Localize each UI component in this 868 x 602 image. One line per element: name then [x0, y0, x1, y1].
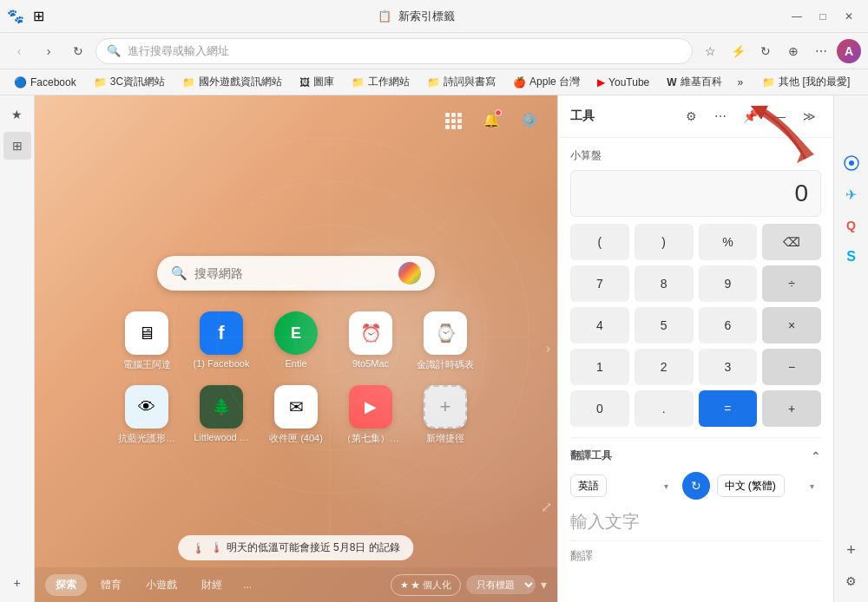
tab-explore[interactable]: 探索: [45, 574, 87, 596]
sidebar-settings-icon[interactable]: ⚙: [838, 567, 865, 595]
add-sidebar-item-button[interactable]: +: [838, 536, 865, 564]
star-button[interactable]: ☆: [698, 39, 722, 63]
tools-expand-button[interactable]: ≫: [797, 104, 821, 128]
calc-close-paren[interactable]: ): [635, 224, 694, 260]
calc-8[interactable]: 8: [635, 265, 694, 302]
folder-icon: 📁: [182, 76, 195, 88]
bookmark-apple[interactable]: 🍎 Apple 台灣: [506, 73, 587, 91]
nav-icons: ☆ ⚡ ↻ ⊕ ⋯ A: [698, 39, 861, 63]
translator-controls: 英語 中文 日語 ↻ 中文 (繁體) 中文 (簡體) 英語: [570, 472, 821, 500]
calc-equals[interactable]: =: [699, 390, 758, 427]
calc-9[interactable]: 9: [699, 265, 758, 302]
more-button[interactable]: ⋯: [809, 39, 833, 63]
bookmark-wikipedia[interactable]: W 維基百科: [660, 73, 728, 91]
calc-2[interactable]: 2: [635, 349, 694, 385]
shortcut-entie[interactable]: E Entie: [265, 311, 327, 371]
back-button[interactable]: ‹: [7, 39, 31, 63]
calc-6[interactable]: 6: [699, 307, 758, 344]
shortcut-9to5mac[interactable]: ⏰ 9to5Mac: [339, 311, 402, 371]
calc-percent[interactable]: %: [699, 224, 758, 260]
apps-grid-button[interactable]: [439, 106, 467, 134]
bookmarks-more-button[interactable]: »: [733, 75, 749, 90]
tools-header-actions: ⚙ ⋯ 📌 — ≫: [679, 104, 821, 128]
tools-filter-button[interactable]: ⚙: [679, 104, 703, 128]
bookmark-other[interactable]: 📁 其他 [我的最愛]: [755, 73, 857, 91]
bookmark-gallery[interactable]: 🖼 圖庫: [293, 73, 341, 91]
search-input[interactable]: [194, 266, 391, 280]
bookmark-3c[interactable]: 📁 3C資訊網站: [87, 73, 172, 91]
calc-open-paren[interactable]: (: [570, 224, 629, 260]
shortcut-bluelight[interactable]: 👁 抗藍光護形…: [115, 385, 178, 445]
tools-minimize-button[interactable]: —: [767, 104, 792, 128]
search-box[interactable]: 🔍: [157, 256, 435, 291]
swap-lang-button[interactable]: ↻: [682, 472, 710, 500]
bookmark-facebook[interactable]: 🔵 Facebook: [7, 75, 83, 90]
bookmark-youtube[interactable]: ▶ YouTube: [590, 75, 656, 90]
star-icon: ★: [400, 579, 409, 591]
calc-0[interactable]: 0: [570, 390, 629, 427]
shortcut-video[interactable]: ▶ （第七集）…: [339, 385, 402, 445]
forward-button[interactable]: ›: [36, 39, 61, 63]
grid-button[interactable]: ⊕: [781, 39, 806, 63]
shortcut-gmail[interactable]: ✉ 收件匣 (404): [265, 385, 327, 445]
title-mode-select[interactable]: 只有標題 完整顯示: [466, 575, 536, 594]
sidebar-favorites-icon[interactable]: ★: [3, 101, 31, 128]
tab-finance[interactable]: 財經: [191, 574, 233, 596]
bookmark-gaming[interactable]: 📁 國外遊戲資訊網站: [175, 73, 289, 91]
shortcut-littlewood[interactable]: 🌲 Littlewood …: [190, 385, 253, 445]
personalize-label: ★ 個人化: [411, 579, 451, 592]
sidebar-grid-icon[interactable]: ⊞: [3, 132, 31, 160]
skype-icon[interactable]: S: [838, 243, 865, 271]
calc-1[interactable]: 1: [570, 349, 629, 385]
newtab-topbar: 🔔 ⚙️: [35, 95, 557, 134]
expand-icon[interactable]: ⤢: [541, 499, 552, 515]
calc-multiply[interactable]: ×: [762, 307, 821, 344]
shortcut-add[interactable]: + 新增捷徑: [414, 385, 477, 445]
calc-3[interactable]: 3: [699, 349, 758, 385]
telegram-icon[interactable]: ✈: [838, 180, 865, 208]
bookmark-work[interactable]: 📁 工作網站: [345, 73, 417, 91]
shortcut-pcking[interactable]: 🖥 電腦王阿達: [115, 311, 178, 371]
calc-dot[interactable]: .: [635, 390, 694, 427]
personalize-button[interactable]: ★ ★ 個人化: [391, 574, 461, 596]
source-lang-select[interactable]: 英語 中文 日語: [570, 474, 607, 497]
calc-divide[interactable]: ÷: [762, 265, 821, 302]
calc-4[interactable]: 4: [570, 307, 629, 344]
gallery-icon: 🖼: [299, 76, 310, 88]
bottom-tab-right: ★ ★ 個人化 只有標題 完整顯示 ▾: [391, 574, 547, 596]
source-lang-wrapper: 英語 中文 日語: [570, 474, 675, 497]
tab-sports[interactable]: 體育: [90, 574, 132, 596]
facebook-icon: 🔵: [14, 76, 27, 88]
minimize-button[interactable]: —: [785, 6, 809, 27]
tab-games[interactable]: 小遊戲: [135, 574, 187, 596]
refresh-button[interactable]: ↻: [66, 39, 90, 63]
shortcut-facebook[interactable]: f (1) Facebook: [190, 311, 253, 371]
calc-7[interactable]: 7: [570, 265, 629, 302]
titlebar-right: — □ ✕: [785, 6, 861, 27]
notification-button[interactable]: 🔔: [477, 106, 505, 134]
target-lang-select[interactable]: 中文 (繁體) 中文 (簡體) 英語: [717, 474, 785, 497]
settings-button[interactable]: ⚙️: [516, 106, 543, 134]
sidebar-add-icon[interactable]: +: [3, 569, 31, 597]
profile-button[interactable]: A: [837, 39, 861, 63]
close-button[interactable]: ✕: [837, 6, 861, 27]
calc-subtract[interactable]: −: [762, 349, 821, 385]
youtube-icon: ▶: [597, 76, 605, 88]
calculator-title: 小算盤: [570, 148, 821, 163]
search-sidebar-icon[interactable]: Q: [838, 212, 865, 239]
bookmark-poetry[interactable]: 📁 詩詞與書寫: [420, 73, 503, 91]
translator-header[interactable]: 翻譯工具 ⌃: [570, 448, 821, 463]
edge-sidebar-icon[interactable]: [838, 149, 865, 177]
folder-icon: 📁: [427, 76, 440, 88]
sync-button[interactable]: ↻: [753, 39, 778, 63]
tools-more-button[interactable]: ⋯: [708, 104, 733, 128]
lightning-button[interactable]: ⚡: [726, 39, 750, 63]
tab-more[interactable]: ...: [236, 575, 259, 594]
calc-backspace[interactable]: ⌫: [762, 224, 821, 260]
calc-5[interactable]: 5: [635, 307, 694, 344]
address-bar[interactable]: 🔍 進行搜尋或輸入網址: [95, 38, 693, 64]
calc-add[interactable]: +: [762, 390, 821, 427]
tools-pin-button[interactable]: 📌: [738, 104, 762, 128]
shortcut-timer[interactable]: ⌚ 金識計時碼表: [414, 311, 477, 371]
maximize-button[interactable]: □: [811, 6, 835, 27]
